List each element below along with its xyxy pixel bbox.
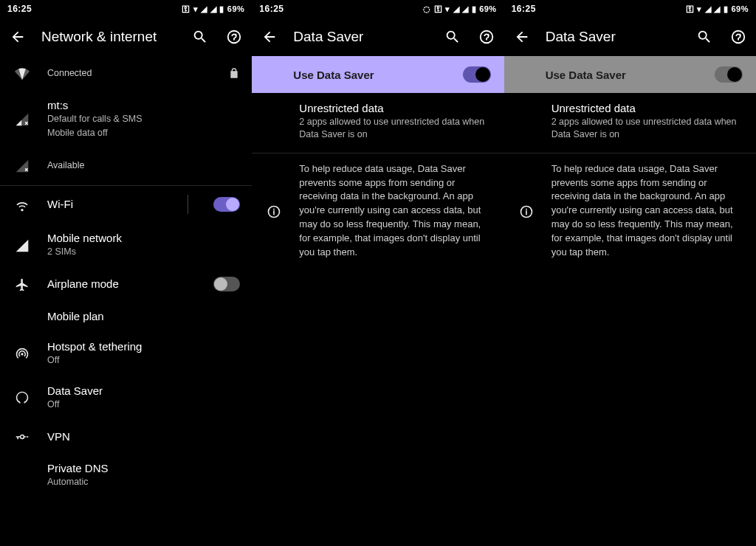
- spacer: [264, 120, 284, 122]
- vpn-key-icon: ⚿: [182, 4, 190, 13]
- mobile-plan-label: Mobile plan: [47, 310, 240, 322]
- vpn-row[interactable]: VPN: [0, 419, 252, 453]
- lock-icon: [228, 67, 240, 79]
- search-button[interactable]: [694, 27, 715, 47]
- mobile-plan-icon: [12, 315, 32, 317]
- status-bar: 16:25 ⚿ ▾ ◢ ◢ ▮ 69%: [0, 0, 252, 18]
- wifi-status-row[interactable]: Connected: [0, 56, 252, 90]
- settings-list: Connected mt:s Default for calls & SMS M…: [0, 56, 252, 546]
- status-right: ⚿ ▾ ◢ ◢ ▮ 69%: [686, 4, 749, 14]
- battery-icon: ▮: [472, 4, 477, 14]
- signal-icon-2: ◢: [462, 4, 469, 14]
- help-button[interactable]: [728, 27, 749, 47]
- unrestricted-title: Unrestricted data: [299, 102, 492, 114]
- app-bar: Network & internet: [0, 18, 252, 56]
- mobile-network-label: Mobile network: [47, 232, 240, 244]
- signal-sim1-icon: [12, 111, 32, 127]
- pane-data-saver-active: 16:25 ◌ ⚿ ▾ ◢ ◢ ▮ 69% Data Saver Use Dat…: [252, 0, 504, 546]
- help-icon: [730, 29, 746, 45]
- search-button[interactable]: [442, 27, 463, 47]
- mobile-network-sub: 2 SIMs: [47, 246, 240, 258]
- arrow-back-icon: [10, 29, 26, 45]
- status-time: 16:25: [512, 4, 536, 14]
- status-time: 16:25: [259, 4, 284, 14]
- arrow-back-icon: [514, 29, 530, 45]
- use-data-saver-card[interactable]: Use Data Saver: [504, 56, 756, 93]
- unrestricted-data-row[interactable]: Unrestricted data 2 apps allowed to use …: [252, 93, 504, 150]
- use-data-saver-label: Use Data Saver: [546, 69, 715, 81]
- help-button[interactable]: [476, 27, 497, 47]
- use-data-saver-card[interactable]: Use Data Saver: [252, 56, 504, 93]
- signal-icon-2: ◢: [210, 4, 217, 14]
- battery-percent: 69%: [227, 4, 245, 13]
- wifi-icon: [12, 65, 32, 81]
- search-icon: [696, 29, 712, 45]
- hotspot-label: Hotspot & tethering: [47, 340, 240, 353]
- wifi-status-icon: ▾: [697, 4, 702, 14]
- hotspot-row[interactable]: Hotspot & tethering Off: [0, 331, 252, 376]
- help-icon: [478, 29, 495, 45]
- sim1-sub2: Mobile data off: [47, 127, 240, 139]
- mobile-network-row[interactable]: Mobile network 2 SIMs: [0, 223, 252, 267]
- signal-icon: ◢: [453, 4, 460, 14]
- airplane-row[interactable]: Airplane mode: [0, 267, 252, 301]
- status-right: ⚿ ▾ ◢ ◢ ▮ 69%: [182, 4, 244, 14]
- back-button[interactable]: [259, 27, 280, 47]
- signal-icon-2: ◢: [714, 4, 721, 14]
- mobile-plan-row[interactable]: Mobile plan: [0, 301, 252, 331]
- info-icon: [516, 203, 537, 219]
- wifi-row[interactable]: Wi-Fi: [0, 186, 252, 223]
- private-dns-icon: [12, 474, 32, 476]
- info-row: To help reduce data usage, Data Saver pr…: [252, 153, 504, 269]
- sim1-name: mt:s: [47, 99, 240, 111]
- hotspot-sub: Off: [47, 354, 240, 367]
- use-data-saver-toggle[interactable]: [715, 66, 743, 83]
- search-icon: [192, 29, 208, 45]
- info-text: To help reduce data usage, Data Saver pr…: [299, 162, 492, 260]
- mobile-network-icon: [12, 237, 32, 253]
- wifi-status-icon: ▾: [445, 4, 450, 14]
- back-button[interactable]: [7, 27, 28, 47]
- page-title: Data Saver: [293, 29, 428, 45]
- search-button[interactable]: [190, 27, 210, 47]
- sim2-status: Available: [47, 160, 240, 170]
- vpn-label: VPN: [47, 430, 240, 443]
- battery-percent: 69%: [479, 4, 497, 13]
- private-dns-row[interactable]: Private DNS Automatic: [0, 453, 252, 497]
- use-data-saver-toggle[interactable]: [463, 66, 491, 83]
- back-button[interactable]: [512, 27, 532, 47]
- wifi-toggle[interactable]: [213, 197, 240, 212]
- sim1-row[interactable]: mt:s Default for calls & SMS Mobile data…: [0, 90, 252, 148]
- status-time: 16:25: [7, 4, 32, 14]
- unrestricted-data-row[interactable]: Unrestricted data 2 apps allowed to use …: [504, 93, 756, 150]
- info-row: To help reduce data usage, Data Saver pr…: [504, 153, 756, 269]
- status-right: ◌ ⚿ ▾ ◢ ◢ ▮ 69%: [423, 4, 497, 14]
- battery-icon: ▮: [724, 4, 729, 14]
- app-bar: Data Saver: [504, 18, 756, 56]
- wifi-row-icon: [12, 196, 32, 212]
- pane-network-internet: 16:25 ⚿ ▾ ◢ ◢ ▮ 69% Network & internet C…: [0, 0, 252, 546]
- signal-icon: ◢: [201, 4, 207, 14]
- airplane-toggle[interactable]: [213, 277, 240, 291]
- wifi-status-icon: ▾: [193, 4, 199, 14]
- hotspot-icon: [12, 345, 32, 362]
- info-icon: [264, 203, 284, 219]
- search-icon: [444, 29, 461, 45]
- sim2-row[interactable]: Available: [0, 148, 252, 182]
- pane-data-saver-off: 16:25 ⚿ ▾ ◢ ◢ ▮ 69% Data Saver Use Data …: [504, 0, 756, 546]
- help-icon: [226, 29, 242, 45]
- vpn-key-icon: ⚿: [434, 4, 443, 13]
- datasaver-icon: [12, 389, 32, 405]
- wifi-label: Wi-Fi: [47, 198, 173, 210]
- private-dns-sub: Automatic: [47, 476, 240, 488]
- info-text: To help reduce data usage, Data Saver pr…: [551, 162, 744, 260]
- private-dns-label: Private DNS: [47, 462, 240, 474]
- datasaver-row[interactable]: Data Saver Off: [0, 376, 252, 420]
- help-button[interactable]: [224, 27, 244, 47]
- datasaver-sub: Off: [47, 398, 240, 411]
- battery-icon: ▮: [219, 4, 224, 14]
- signal-icon: ◢: [705, 4, 712, 14]
- unrestricted-sub: 2 apps allowed to use unrestricted data …: [551, 116, 744, 141]
- airplane-icon: [12, 276, 32, 292]
- status-bar: 16:25 ⚿ ▾ ◢ ◢ ▮ 69%: [504, 0, 756, 18]
